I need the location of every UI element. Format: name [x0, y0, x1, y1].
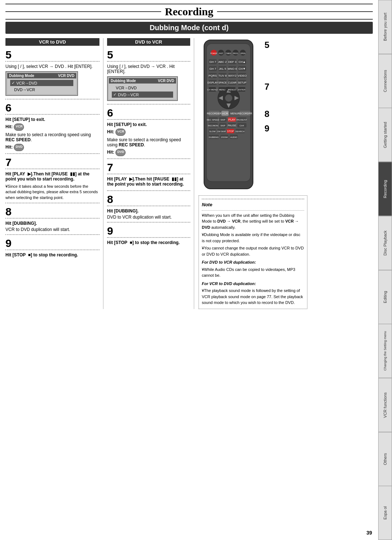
svg-text:RECORDER: RECORDER [207, 112, 221, 115]
note-box: Note ¥When you turn off the unit after s… [199, 195, 307, 309]
svg-text:CH▲: CH▲ [238, 60, 245, 64]
dvd-vcr-step6-label: 6 [107, 107, 190, 119]
tab-editing[interactable]: Editing [378, 270, 392, 324]
remote-svg: POWER FAST TIMER PROG OPEN GH 7 ABC 2 DE… [199, 38, 258, 191]
svg-text:CLEAR: CLEAR [228, 81, 236, 84]
dvd-to-vcr-column: DVD to VCR 5 Using [ / ], select DVD → V… [103, 38, 194, 309]
svg-text:CM SKIP: CM SKIP [217, 130, 226, 133]
vcr-dvd-step6-setup: Hit [SETUP] to exit. [5, 117, 99, 122]
dvd-vcr-step7-label: 7 [107, 161, 190, 174]
svg-text:MENU: MENU [230, 112, 238, 115]
svg-text:SKIP: SKIP [220, 119, 225, 121]
svg-text:FAST: FAST [219, 52, 224, 54]
vcr-dvd-step5-instruction: Using [ / ], select VCR → DVD . Hit [ENT… [5, 64, 99, 69]
tab-recording[interactable]: Recording [378, 162, 392, 216]
tab-espanol[interactable]: Espa ol [378, 486, 392, 540]
svg-text:PLAY: PLAY [228, 118, 236, 121]
remote-step7: 7 [265, 82, 269, 92]
page-title: Recording [165, 5, 213, 18]
svg-text:SKIP: SKIP [220, 125, 225, 127]
vcr-dvd-step7-play: Hit [PLAY ▶].Then hit [PAUSE ▮▮] at the … [5, 171, 99, 182]
note-item3: ¥You cannot change the output mode durin… [202, 245, 304, 257]
svg-text:MENU: MENU [219, 89, 225, 91]
vcr-dvd-step7-note: ¥Since it takes about a few seconds befo… [5, 184, 99, 200]
svg-text:STOP: STOP [227, 130, 234, 133]
svg-text:REC SPEED: REC SPEED [207, 119, 220, 121]
note-dvd-to-vcr-item: ¥While Audio CDs can be copied to videot… [202, 267, 304, 279]
svg-text:MENU2: MENU2 [228, 89, 236, 91]
dvd-vcr-step7-play: Hit [PLAY ▶].Then hit [PAUSE ▮▮] at the … [107, 176, 190, 187]
vcr-dvd-step8-note: VCR to DVD duplication will start. [5, 227, 99, 232]
tab-others[interactable]: Others [378, 432, 392, 486]
svg-text:DUBBING: DUBBING [209, 136, 219, 138]
page-number: 39 [366, 530, 372, 536]
tab-getting-started[interactable]: Getting started [378, 108, 392, 162]
svg-text:PROG: PROG [233, 52, 238, 54]
vcr-dvd-step6-recspeed: Make sure to select a recording speed us… [5, 132, 99, 142]
dvd-vcr-step9-stop: Hit [STOP ■] to stop the recording. [107, 240, 190, 245]
svg-text:GH 7: GH 7 [209, 60, 216, 64]
dvd-vcr-step8-dubbing: Hit [DUBBING]. [107, 208, 190, 214]
vcr-dvd-screen: Dubbing Mode VCR DVD ✓VCR→DVD DVD→VCR [5, 71, 78, 96]
svg-text:RECORDFR: RECORDFR [238, 112, 252, 115]
vcr-dvd-step8-label: 8 [5, 206, 99, 218]
svg-text:PAUSE/ST: PAUSE/ST [236, 119, 247, 121]
vcr-dvd-step8-dubbing: Hit [DUBBING]. [5, 221, 99, 226]
right-column: 5 7 8 9 POWER FAST TIMER [194, 38, 373, 309]
remote-step8: 8 [265, 109, 269, 119]
subtitle: Dubbing Mode (cont d) [5, 22, 373, 34]
vcr-to-dvd-column: VCR to DVD 5 Using [ / ], select VCR → D… [5, 38, 103, 309]
tab-connections[interactable]: Connections [378, 54, 392, 108]
svg-text:MNO 6: MNO 6 [228, 67, 237, 70]
vcr-dvd-step5-label: 5 [5, 49, 99, 61]
svg-text:CH▼: CH▼ [238, 67, 245, 70]
svg-text:WXY2: WXY2 [228, 74, 237, 77]
svg-text:SEARCH: SEARCH [235, 130, 244, 133]
vcr-dvd-step7-label: 7 [5, 156, 99, 169]
dvd-vcr-step8-label: 8 [107, 193, 190, 206]
tab-before-you-start[interactable]: Before you start [378, 0, 392, 54]
svg-text:AUDIO: AUDIO [230, 136, 237, 138]
vcr-dvd-step9-stop: Hit [STOP ■] to stop the recording. [5, 252, 99, 257]
dvd-vcr-step6-hit: Hit: VCR [107, 129, 190, 136]
note-title: Note [202, 201, 304, 208]
svg-point-49 [225, 94, 232, 102]
svg-text:PQRS: PQRS [209, 74, 217, 77]
svg-text:TUV 8: TUV 8 [219, 74, 227, 77]
svg-text:ABC 2: ABC 2 [218, 60, 227, 64]
svg-text:ENTER: ENTER [238, 89, 246, 91]
svg-text:POWER: POWER [211, 52, 217, 54]
dvd-vcr-step6-hit2: Hit: DVD [107, 149, 190, 156]
dvd-vcr-step6-recspeed: Make sure to select a recording speed us… [107, 137, 190, 147]
svg-text:REC/MON: REC/MON [208, 125, 218, 127]
svg-text:DEF 3: DEF 3 [228, 60, 237, 64]
remote-step5: 5 [265, 40, 269, 50]
tab-changing-settings[interactable]: Changing the Setting menu [378, 324, 392, 378]
vcr-dvd-step9-label: 9 [5, 237, 99, 249]
svg-text:ZOOM: ZOOM [221, 136, 228, 138]
svg-text:VCR: VCR [222, 112, 228, 115]
vcr-dvd-step6-hit2: Hit: DVD [5, 144, 99, 151]
dvd-to-vcr-header: DVD to VCR [107, 38, 190, 46]
svg-text:CH MENU: CH MENU [207, 89, 217, 91]
tab-vcr-functions[interactable]: VCR functions [378, 378, 392, 432]
dvd-vcr-step5-instruction: Using [ / ], select DVD → VCR . Hit [ENT… [107, 64, 190, 74]
remote-step9: 9 [265, 123, 269, 134]
note-vcr-to-dvd-item: ¥The playback sound mode is followed by … [202, 288, 304, 306]
tab-disc-playback[interactable]: Disc Playback [378, 216, 392, 270]
dvd-vcr-step6-setup: Hit [SETUP] to exit. [107, 122, 190, 127]
dvd-vcr-screen: Dubbing Mode VCR DVD VCR→DVD ✓DVD→VCR [107, 76, 178, 101]
dvd-vcr-step5-label: 5 [107, 49, 190, 61]
note-item1: ¥When you turn off the unit after settin… [202, 212, 304, 231]
note-vcr-to-dvd-title: For VCR to DVD duplication: [202, 281, 304, 287]
vcr-to-dvd-header: VCR to DVD [5, 38, 99, 46]
dvd-vcr-step8-note: DVD to VCR duplication will start. [107, 215, 190, 220]
dvd-vcr-step9-label: 9 [107, 225, 190, 237]
svg-text:DISPLAY: DISPLAY [207, 81, 218, 84]
svg-text:PAUSE: PAUSE [228, 124, 236, 127]
svg-text:GH 7: GH 7 [209, 67, 216, 70]
svg-text:TIMER: TIMER [225, 52, 231, 54]
note-dvd-to-vcr-title: For DVD to VCR duplication: [202, 259, 304, 265]
svg-text:SPACE: SPACE [218, 81, 227, 84]
svg-text:VIDEO: VIDEO [238, 74, 247, 77]
